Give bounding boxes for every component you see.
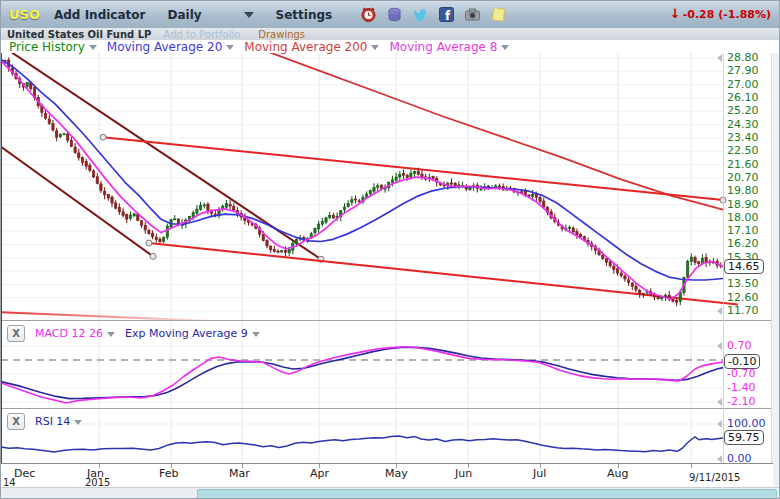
trendline-handle[interactable] [150, 253, 156, 259]
candle-body [44, 114, 46, 119]
trendline-handle[interactable] [146, 240, 152, 246]
camera-icon[interactable] [464, 6, 481, 23]
current-macd-tag: -0.10 [724, 354, 760, 369]
candle-body [421, 174, 423, 177]
candle-body [207, 204, 209, 210]
end-date-label: 9/11/2015 [689, 472, 740, 483]
facebook-icon[interactable]: f [438, 6, 455, 23]
candle-body [78, 153, 80, 158]
symbol-ticker: USO [9, 7, 40, 22]
candle-body [96, 177, 98, 183]
price-axis-label: 24.30 [727, 118, 759, 131]
chevron-down-icon [244, 12, 254, 18]
price-axis-label: 12.60 [727, 291, 759, 304]
candlesticks [4, 57, 722, 306]
trendline-handle[interactable] [100, 134, 106, 140]
plot-left-border [1, 53, 2, 487]
note-icon[interactable] [490, 6, 507, 23]
rsi-dropdown[interactable]: RSI 14 [35, 415, 82, 428]
candle-body [321, 221, 323, 224]
ma8-dropdown[interactable]: Moving Average 8 [389, 40, 509, 54]
candle-body [395, 177, 397, 180]
candle-body [432, 176, 434, 178]
close-rsi-button[interactable]: X [7, 413, 25, 430]
candle-body [48, 119, 50, 124]
candle-body [288, 250, 290, 253]
subbar: United States Oil Fund LP Add to Portfol… [1, 28, 779, 40]
down-arrow-icon: ↓ [670, 6, 681, 21]
candle-body [140, 221, 142, 226]
ma20-dropdown[interactable]: Moving Average 20 [107, 40, 235, 54]
candle-body [325, 218, 327, 222]
candle-body [107, 195, 109, 199]
candle-body [92, 171, 94, 177]
candle-body [347, 203, 349, 206]
macd-dropdown[interactable]: MACD 12 26 [35, 327, 115, 340]
month-label: Mar [229, 467, 250, 480]
month-label: Aug [607, 467, 628, 480]
macd-axis-label: 0.70 [727, 339, 752, 352]
candle-body [413, 172, 415, 174]
price-history-dropdown[interactable]: Price History [9, 40, 97, 54]
candle-body [495, 186, 497, 187]
twitter-icon[interactable] [412, 6, 429, 23]
rsi-panel[interactable] [1, 409, 741, 463]
candle-body [122, 212, 124, 216]
rsi-axis-label: 100.00 [727, 417, 766, 430]
drawings-link[interactable]: Drawings [258, 29, 305, 40]
candle-body [266, 241, 268, 246]
candle-body [657, 296, 659, 299]
candle-body [174, 219, 176, 220]
axis-marker-icon [717, 398, 722, 406]
candle-body [277, 251, 279, 252]
price-chart-panel[interactable] [1, 53, 741, 320]
candle-body [568, 227, 570, 228]
period-dropdown[interactable]: Daily [167, 8, 253, 22]
price-axis-label: 18.00 [727, 211, 759, 224]
candle-body [539, 197, 541, 201]
price-axis-label: 16.20 [727, 237, 759, 250]
candle-body [602, 256, 604, 259]
candle-body [694, 258, 696, 263]
close-macd-button[interactable]: X [7, 325, 25, 342]
candle-body [399, 174, 401, 177]
add-indicator-button[interactable]: Add Indicator [54, 8, 145, 22]
candle-body [690, 257, 692, 261]
macd-signal-dropdown[interactable]: Exp Moving Average 9 [125, 327, 260, 340]
faded-support-line [1, 312, 241, 320]
axis-marker-icon [717, 420, 722, 428]
price-axis-label: 13.50 [727, 277, 759, 290]
chevron-down-icon [371, 45, 379, 50]
price-axis-label: 27.00 [727, 78, 759, 91]
candle-body [498, 186, 500, 187]
candle-body [532, 194, 534, 196]
candle-body [616, 269, 618, 273]
alarm-icon[interactable] [360, 6, 377, 23]
candle-body [351, 200, 353, 203]
candle-body [572, 228, 574, 232]
candle-body [103, 191, 105, 195]
current-rsi-tag: 59.75 [724, 430, 764, 445]
ma200-dropdown[interactable]: Moving Average 200 [244, 40, 379, 54]
chevron-down-icon [226, 45, 234, 50]
chevron-down-icon [107, 332, 115, 337]
daily-change: ↓-0.28 (-1.88%) [670, 6, 771, 21]
month-label: Feb [159, 467, 178, 480]
axis-marker-icon [717, 342, 722, 350]
price-axis-label: 19.80 [727, 184, 759, 197]
candle-body [450, 183, 452, 184]
charting-app-window: USO Add Indicator Daily Settings f [0, 0, 780, 499]
candle-body [620, 273, 622, 276]
current-price-tag: 14.65 [724, 259, 764, 274]
candle-body [115, 203, 117, 208]
macd-line [1, 347, 723, 403]
chevron-down-icon [74, 420, 82, 425]
channel-top [103, 137, 723, 200]
add-to-portfolio-link[interactable]: Add to Portfolio [163, 29, 240, 40]
price-axis-label: 22.50 [727, 144, 759, 157]
settings-button[interactable]: Settings [276, 8, 333, 22]
month-label: Jun [455, 467, 472, 480]
stack-icon[interactable] [386, 6, 403, 23]
candle-body [698, 262, 700, 264]
candle-body [469, 188, 471, 190]
